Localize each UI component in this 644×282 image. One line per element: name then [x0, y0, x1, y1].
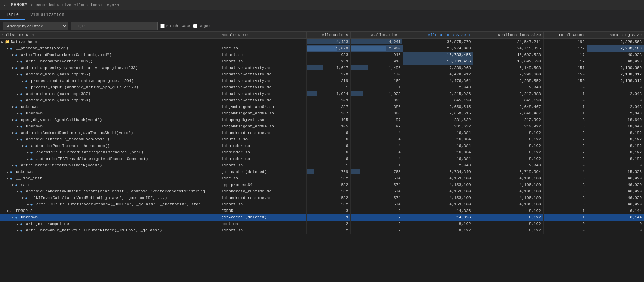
alloc-count: 1,024 — [307, 91, 351, 97]
expand-icon[interactable]: ▶ — [17, 229, 20, 233]
table-row[interactable]: ▶📁Native heap4,4334,24136,875,77934,547,… — [0, 39, 644, 45]
alloc-size: 8,192 — [403, 221, 473, 227]
alloc-size: 14,336 — [403, 214, 473, 221]
expand-icon[interactable]: ▶ — [7, 170, 10, 174]
col-header-alloc[interactable]: Allocations — [307, 32, 351, 39]
expand-icon[interactable]: ▶ — [12, 164, 15, 168]
expand-icon[interactable]: ▼ — [17, 138, 20, 142]
col-header-totalcount[interactable]: Total Count — [543, 32, 587, 39]
table-row[interactable]: ▼◉android::AndroidRuntime::javaThreadShe… — [0, 130, 644, 136]
expand-icon[interactable]: ▶ — [17, 125, 20, 129]
search-input[interactable] — [71, 22, 158, 30]
expand-icon[interactable]: ▶ — [27, 157, 30, 161]
table-row[interactable]: ▶◉art::Thread::CreateCallback(void*)liba… — [0, 162, 644, 169]
table-row[interactable]: ◉android_main (main.cpp:350)libnative-ac… — [0, 97, 644, 104]
table-row[interactable]: ▶◉art::JNI::CallStaticVoidMethodV(_JNIEn… — [0, 201, 644, 208]
table-row[interactable]: ▶◉unknownjit-cache (deleted)7697655,734,… — [0, 169, 644, 175]
remaining-size: 46,920 — [587, 201, 644, 208]
callstack-name: __libc_init — [16, 176, 42, 181]
col-header-remaining[interactable]: Remaining Size — [587, 32, 644, 39]
table-row[interactable]: ▼◉android::AndroidRuntime::start(char co… — [0, 188, 644, 195]
col-header-deallocsize[interactable]: Deallocations Size — [473, 32, 543, 39]
expand-icon[interactable]: ▼ — [12, 131, 15, 135]
alloc-count: 3 — [307, 214, 351, 221]
table-row[interactable]: ▼◉android::IPCThreadState::joinThreadPoo… — [0, 149, 644, 156]
col-header-allocsize[interactable]: Allocations Size ↓ — [403, 32, 473, 39]
alloc-size: 7,339,968 — [403, 65, 473, 71]
tab-visualization[interactable]: Visualization — [25, 10, 70, 20]
table-row[interactable]: ▼◉unknownlibjvmtiagent_arm64.so3873862,6… — [0, 104, 644, 110]
expand-icon[interactable]: ▶ — [17, 222, 20, 226]
table-row[interactable]: ▼◉android::Thread::_threadLoop(void*)lib… — [0, 136, 644, 143]
table-row[interactable]: ▶◉android_main (main.cpp:387)libnative-a… — [0, 91, 644, 97]
total-count: 8 — [543, 188, 587, 195]
table-row[interactable]: ▶◉unknownlibjvmtiagent_arm64.so3873862,6… — [0, 110, 644, 117]
expand-icon[interactable]: ▼ — [7, 47, 10, 51]
remaining-size: 0 — [587, 227, 644, 234]
matchcase-checkbox[interactable] — [160, 24, 165, 28]
total-count: 1 — [543, 208, 587, 214]
total-count: 0 — [543, 84, 587, 91]
callstack-name: unknown — [26, 111, 43, 116]
col-header-dealloc[interactable]: Deallocations — [351, 32, 403, 39]
remaining-size: 2,048 — [587, 110, 644, 117]
table-row[interactable]: ▶◉art::ThreadPoolWorker::Run()libart.so9… — [0, 58, 644, 65]
table-row[interactable]: ▶◉process_cmd (android_native_app_glue.c… — [0, 78, 644, 84]
expand-icon[interactable]: ▶ — [17, 60, 20, 64]
expand-icon[interactable]: ▼ — [27, 151, 30, 155]
expand-icon[interactable]: ▼ — [12, 118, 15, 122]
callstack-name: android_main (main.cpp:387) — [26, 92, 90, 96]
expand-icon[interactable]: ▶ — [22, 79, 25, 83]
table-row[interactable]: ▼⚠ERROR 2ERROR3214,3368,19216,144 — [0, 208, 644, 214]
back-button[interactable]: ← — [3, 2, 8, 8]
total-count: 0 — [543, 97, 587, 104]
expand-icon[interactable]: ▼ — [12, 183, 15, 187]
expand-icon[interactable]: ▼ — [12, 66, 15, 70]
expand-icon[interactable]: ▼ — [12, 105, 15, 109]
table-row[interactable]: ▼◉mainapp_process645825744,153,1004,106,… — [0, 182, 644, 188]
table-row[interactable]: ▼◉art::ThreadPoolWorker::Callback(void*)… — [0, 52, 644, 58]
expand-icon[interactable]: ▼ — [17, 73, 20, 77]
col-header-module[interactable]: Module Name — [219, 32, 306, 39]
app-dropdown[interactable]: ▾ — [30, 3, 33, 7]
table-row[interactable]: ▼◉openjdkjvmti::AgentCallback(void*)libo… — [0, 117, 644, 123]
dealloc-count: 170 — [351, 71, 403, 78]
callstack-name: art_jni_trampoline — [26, 222, 69, 226]
table-row[interactable]: ▶◉art_jni_trampolineboot.oat228,1928,192… — [0, 221, 644, 227]
table-row[interactable]: ▼◉android_main (main.cpp:355)libnative-a… — [0, 71, 644, 78]
table-row[interactable]: ▼◉_JNIEnv::CallStaticVoidMethod(_jclass*… — [0, 195, 644, 201]
table-row[interactable]: ▼◉unknownjit-cache (deleted)3214,3368,19… — [0, 214, 644, 221]
expand-icon[interactable]: ▶ — [17, 112, 20, 116]
arrange-select[interactable]: Arrange by callstack — [3, 22, 68, 30]
expand-icon[interactable]: ▶ — [17, 92, 20, 96]
expand-icon[interactable]: ▼ — [7, 209, 10, 213]
module-name: libnative-activity.so — [219, 65, 306, 71]
expand-icon[interactable]: ▶ — [27, 203, 30, 207]
expand-icon[interactable]: ▶ — [1, 40, 5, 44]
table-row[interactable]: ▶◉art::Throwable_nativeFillInStackTrace(… — [0, 227, 644, 234]
dealloc-size: 8,192 — [473, 143, 543, 149]
expand-icon[interactable]: ▼ — [12, 216, 15, 220]
remaining-size: 0 — [587, 162, 644, 169]
expand-icon[interactable]: ▼ — [17, 190, 20, 194]
col-header-callstack[interactable]: Callstack Name — [0, 32, 219, 39]
toolbar: Arrange by callstack 🔍 Match Case Regex — [0, 20, 644, 32]
expand-icon[interactable]: ▼ — [22, 196, 25, 200]
table-row[interactable]: ▼◉__pthread_start(void*)libc.so3,0792,90… — [0, 45, 644, 52]
table-row[interactable]: ▼◉__libc_initlibc.so5825744,153,1004,106… — [0, 175, 644, 182]
expand-icon[interactable]: ▼ — [7, 177, 10, 181]
remaining-size: 40,928 — [587, 52, 644, 58]
table-row[interactable]: ▼◉android_app_entry (android_native_app_… — [0, 65, 644, 71]
total-count: 192 — [543, 39, 587, 45]
expand-icon[interactable]: ▼ — [12, 53, 15, 57]
alloc-count: 933 — [307, 58, 351, 65]
table-row[interactable]: ▶◉android::IPCThreadState::getAndExecute… — [0, 156, 644, 162]
regex-checkbox[interactable] — [193, 24, 197, 28]
expand-icon[interactable]: ▼ — [22, 144, 25, 148]
table-row[interactable]: ◉process_input (android_native_app_glue.… — [0, 84, 644, 91]
alloc-count: 320 — [307, 71, 351, 78]
table-row[interactable]: ▶◉unknownlibjvmtiagent_arm64.so10597231,… — [0, 123, 644, 130]
callstack-name: unknown — [16, 170, 33, 174]
tab-table[interactable]: Table — [0, 10, 25, 20]
table-row[interactable]: ▼◉android::PoolThread::threadLoop()libbi… — [0, 143, 644, 149]
